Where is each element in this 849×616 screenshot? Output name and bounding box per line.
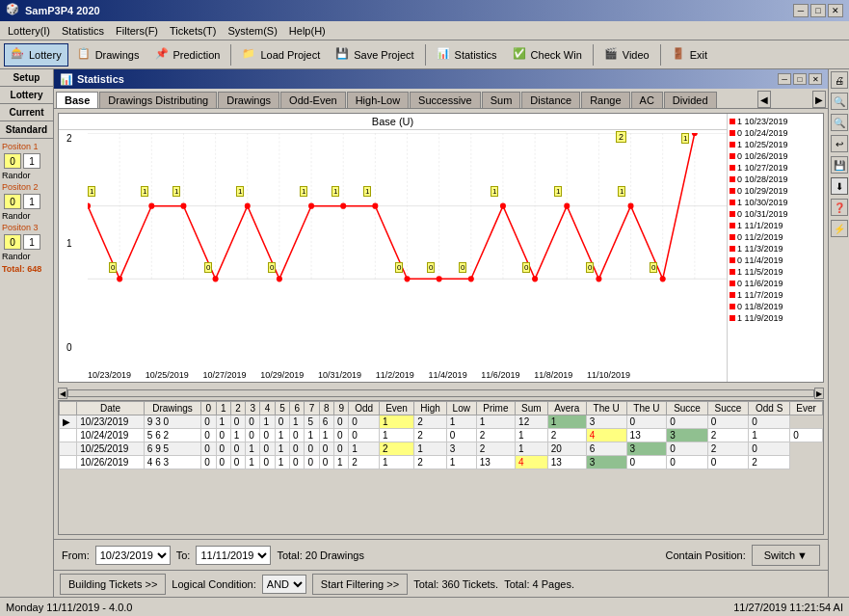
tab-divided[interactable]: Divided [664, 92, 717, 108]
menu-lottery[interactable]: Lottery(I) [2, 23, 56, 39]
col-ever: Ever [790, 402, 823, 415]
save-panel-button[interactable]: 💾 [831, 156, 848, 174]
maximize-button[interactable]: □ [810, 4, 826, 17]
table-row-2[interactable]: 10/24/2019 5 6 2 0 0 1 0 0 1 0 1 1 0 [60, 429, 823, 442]
tab-successive[interactable]: Successive [410, 92, 481, 108]
tab-drawings-dist[interactable]: Drawings Distributing [99, 92, 217, 108]
zoom-out-button[interactable]: 🔍 [831, 114, 848, 131]
toolbar-exit-button[interactable]: 🚪 Exit [665, 43, 714, 67]
position-1-btn-0[interactable]: 0 [4, 153, 21, 169]
toolbar-prediction-button[interactable]: 📌 Prediction [148, 43, 227, 67]
legend-item-16: 0 11/8/2019 [730, 301, 821, 312]
switch-button[interactable]: Switch ▼ [752, 545, 820, 566]
load-icon: 📁 [242, 47, 257, 63]
tab-base[interactable]: Base [56, 92, 98, 108]
legend-item-6: 0 10/29/2019 [730, 185, 821, 197]
help-button[interactable]: ❓ [831, 199, 848, 216]
menu-statistics[interactable]: Statistics [56, 23, 110, 39]
row-1-odd: 0 [349, 415, 380, 429]
prediction-icon: 📌 [155, 47, 171, 63]
close-button[interactable]: ✕ [828, 4, 843, 17]
stats-close-button[interactable]: ✕ [809, 73, 822, 85]
toolbar-drawings-button[interactable]: 📋 Drawings [70, 43, 146, 67]
row-3-date: 10/25/2019 [77, 442, 145, 456]
position-2-btn-1[interactable]: 1 [23, 194, 40, 209]
row-1-low: 1 [446, 415, 476, 429]
data-table-container[interactable]: Date Drawings 0 1 2 3 4 5 6 7 8 9 [58, 400, 824, 535]
stats-minimize-button[interactable]: ─ [778, 73, 791, 85]
undo-button[interactable]: ↩ [831, 135, 848, 152]
position-2-btn-0[interactable]: 0 [4, 194, 21, 209]
logical-condition-select[interactable]: AND OR [262, 575, 306, 594]
row-2-theu1: 4 [586, 429, 626, 442]
from-date-select[interactable]: 10/23/2019 [95, 546, 171, 565]
start-filtering-button[interactable]: Start Filtering >> [312, 574, 408, 595]
tab-sum[interactable]: Sum [482, 92, 521, 108]
menu-help[interactable]: Help(H) [283, 23, 332, 39]
chart-y-axis: 2 1 0 [66, 133, 86, 353]
scroll-right-button[interactable]: ▶ [814, 388, 824, 399]
row-3-succe1: 0 [667, 442, 707, 456]
toolbar-video-button[interactable]: 🎬 Video [597, 43, 656, 67]
col-succe2: Succe [707, 402, 748, 415]
row-4-c1: 0 [216, 456, 230, 469]
minimize-button[interactable]: ─ [793, 4, 809, 17]
chart-title: Base (U) [59, 114, 727, 130]
tab-prev-button[interactable]: ◀ [757, 91, 771, 108]
tab-next-button[interactable]: ▶ [812, 91, 826, 108]
stats-window-icon: 📊 [60, 73, 73, 86]
row-3-succe2: 2 [707, 442, 748, 456]
legend-item-3: 0 10/26/2019 [730, 150, 821, 162]
row-1-theu2: 0 [626, 415, 667, 429]
tab-high-low[interactable]: High-Low [347, 92, 409, 108]
position-1-btn-1[interactable]: 1 [23, 153, 40, 169]
horizontal-scrollbar[interactable] [67, 389, 814, 397]
row-3-c8: 0 [319, 442, 333, 456]
current-section: Current [0, 104, 53, 121]
row-1-c1: 1 [216, 415, 230, 429]
build-tickets-button[interactable]: Building Tickets >> [60, 574, 166, 595]
position-3-btn-0[interactable]: 0 [4, 234, 21, 250]
legend-dot-13 [730, 269, 735, 275]
title-bar: 🎲 SamP3P4 2020 ─ □ ✕ [0, 0, 849, 21]
tab-drawings[interactable]: Drawings [218, 92, 279, 108]
toolbar-load-button[interactable]: 📁 Load Project [235, 43, 327, 67]
row-3-arrow [60, 442, 77, 456]
toolbar-lottery-button[interactable]: 🎰 Lottery [4, 43, 68, 67]
tab-odd-even[interactable]: Odd-Even [280, 92, 346, 108]
to-date-select[interactable]: 11/11/2019 [196, 546, 271, 565]
row-4-c2: 0 [230, 456, 245, 469]
svg-point-34 [468, 276, 474, 281]
toolbar-checkwin-button[interactable]: ✅ Check Win [506, 43, 589, 67]
print-button[interactable]: 🖨 [831, 71, 848, 89]
svg-point-33 [437, 276, 442, 281]
tab-distance[interactable]: Distance [521, 92, 580, 108]
tab-range[interactable]: Range [581, 92, 629, 108]
stats-maximize-button[interactable]: □ [793, 73, 807, 85]
position-3-btn-1[interactable]: 1 [23, 234, 40, 250]
row-1-c0: 0 [201, 415, 216, 429]
col-sum: Sum [516, 402, 548, 415]
menu-system[interactable]: System(S) [223, 23, 283, 39]
tab-ac[interactable]: AC [631, 92, 663, 108]
table-row-3[interactable]: 10/25/2019 6 9 5 0 0 0 1 0 1 0 0 0 0 [60, 442, 823, 456]
table-row-4[interactable]: 10/26/2019 4 6 3 0 0 0 1 0 1 0 0 0 1 [60, 456, 823, 469]
row-2-c9: 0 [334, 429, 349, 442]
row-4-drawings: 4 6 3 [144, 456, 200, 469]
menu-filters[interactable]: Filters(F) [110, 23, 164, 39]
row-1-succe1: 0 [667, 415, 707, 429]
row-3-drawings: 6 9 5 [144, 442, 200, 456]
row-2-average: 2 [547, 429, 586, 442]
row-2-odd: 0 [349, 429, 380, 442]
table-row-1[interactable]: ▶ 10/23/2019 9 3 0 0 1 0 0 1 0 1 5 6 [60, 415, 823, 429]
toolbar-save-button[interactable]: 💾 Save Project [329, 43, 420, 67]
toolbar-statistics-button[interactable]: 📊 Statistics [430, 43, 504, 67]
zoom-in-button[interactable]: 🔍 [831, 93, 848, 110]
row-1-sum: 12 [516, 415, 548, 429]
down-button[interactable]: ⬇ [831, 177, 848, 195]
settings-button[interactable]: ⚡ [831, 220, 848, 237]
menu-tickets[interactable]: Tickets(T) [164, 23, 222, 39]
random-2-label: Randor [2, 210, 51, 222]
status-left: Monday 11/11/2019 - 4.0.0 [6, 602, 733, 613]
scroll-left-button[interactable]: ◀ [58, 388, 67, 399]
